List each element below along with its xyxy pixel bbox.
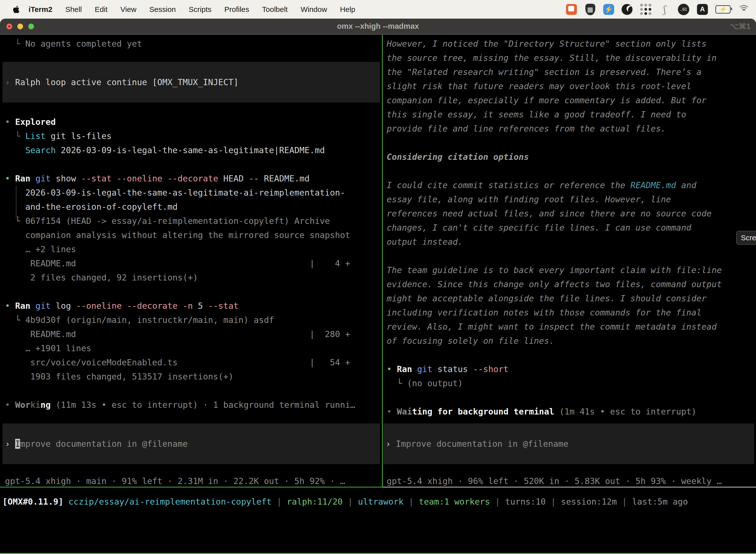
tmux-pane-right[interactable]: However, I noticed the "Directory Struct… (383, 35, 756, 488)
git-show-stat-line: README.md | 4 + (0, 257, 382, 271)
explored-search-line: Search 2026-03-09-is-legal-the-same-as-l… (0, 143, 382, 157)
reasoning-line: might be acceptable alongside the file l… (383, 291, 756, 306)
menu-item-scripts[interactable]: Scripts (182, 0, 218, 19)
model-status-right: gpt-5.4 xhigh · 96% left · 520K in · 5.8… (383, 474, 756, 488)
reasoning-line: this single essay, it seems like a good … (383, 107, 756, 122)
reasoning-line: companion file, especially if more comme… (383, 93, 756, 107)
omx-session: session:12m (561, 497, 622, 507)
reasoning-line: references need actual files, and since … (383, 207, 756, 221)
git-log-output-line: … +1901 lines (0, 341, 382, 355)
window-titlebar[interactable]: omx --xhigh --madmax ⌥⌘1 (0, 19, 756, 35)
zoom-button[interactable] (28, 23, 34, 29)
explored-line: • Explored (0, 115, 382, 129)
menu-items: iTerm2 Shell Edit View Session Scripts P… (22, 0, 362, 19)
window-title: omx --xhigh --madmax (0, 22, 756, 31)
menu-item-iterm2[interactable]: iTerm2 (22, 0, 59, 19)
screen: iTerm2 Shell Edit View Session Scripts P… (0, 0, 756, 554)
messages-icon[interactable] (566, 3, 577, 15)
omx-mode: ultrawork (358, 497, 409, 507)
git-log-stat-line: src/voice/voiceModeEnabled.ts | 54 + (0, 355, 382, 370)
git-status-output-line: └ (no output) (383, 376, 756, 390)
tmux-status-bar[interactable]: [omx-cczip0:bash* "MacBook-Pro-44.local"… (0, 553, 756, 554)
tree-guide-line (16, 186, 16, 218)
reasoning-line: provide file and line references from th… (383, 122, 756, 136)
squiggle-icon[interactable]: ʃ (659, 3, 671, 15)
shield-grid-icon[interactable] (584, 3, 596, 15)
menu-item-toolbelt[interactable]: Toolbelt (256, 0, 294, 19)
reasoning-line: including verification notes with those … (383, 306, 756, 320)
reasoning-line: changes, I can't cite specific file line… (383, 221, 756, 235)
reasoning-line: review. Also, I might want to inspect th… (383, 320, 756, 334)
pane-border-bottom-right (383, 487, 756, 488)
menu-status-icons: ⚡ ʃ ..61 A ⚡ (566, 3, 749, 15)
dots-grid-icon[interactable] (640, 3, 652, 15)
input-source-icon[interactable]: A (696, 3, 708, 15)
git-show-output-line: └ 067f154 (HEAD -> essay/ai-reimplementa… (0, 214, 382, 228)
reasoning-line: essay file, along with finding root file… (383, 192, 756, 207)
prompt-input-left[interactable]: › Improve documentation in @filename (2, 424, 380, 464)
agents-note-line: └ No agents completed yet (0, 37, 382, 51)
reasoning-line: The team guideline is to back every impo… (383, 263, 756, 277)
explored-list-line: └ List git ls-files (0, 129, 382, 143)
git-log-summary-line: 1903 files changed, 513517 insertions(+) (0, 370, 382, 384)
menu-item-view[interactable]: View (114, 0, 143, 19)
menu-item-help[interactable]: Help (334, 0, 362, 19)
reasoning-heading: Considering citation options (383, 150, 756, 164)
ran-git-show-line: • Ran git show --stat --oneline --decora… (0, 171, 382, 186)
git-log-output-line: └ 4b9d30f (origin/main, instructkr/main,… (0, 313, 382, 327)
reasoning-line: I could cite commit statistics or refere… (383, 178, 756, 192)
omx-turns: turns:10 (505, 497, 551, 507)
omx-branch-path: cczip/essay/ai-reimplementation-copyleft (63, 497, 277, 507)
model-status-left: gpt-5.4 xhigh · main · 91% left · 2.31M … (0, 474, 382, 488)
omx-version: [OMX#0.11.9] (2, 497, 63, 507)
git-show-output-line: companion analysis without altering the … (0, 228, 382, 242)
git-show-summary-line: 2 files changed, 92 insertions(+) (0, 271, 382, 285)
reasoning-line: However, I noticed the "Directory Struct… (383, 37, 756, 51)
readme-link: README.md (630, 180, 676, 190)
reasoning-line: evidence. Since this change only affects… (383, 277, 756, 291)
window-shortcut-badge: ⌥⌘1 (730, 19, 751, 34)
omx-last: last:5m ago (632, 497, 688, 507)
iterm2-window: omx --xhigh --madmax ⌥⌘1 └ No agents com… (0, 19, 756, 554)
percent-badge-icon[interactable]: ..61 (678, 3, 690, 15)
apple-menu-icon[interactable] (13, 5, 19, 14)
reasoning-line: the "Related research writing" section i… (383, 65, 756, 79)
ran-git-status-line: • Ran git status --short (383, 362, 756, 376)
menu-item-shell[interactable]: Shell (59, 0, 88, 19)
prompt-input-right[interactable]: › Improve documentation in @filename (383, 424, 754, 464)
close-button[interactable] (6, 23, 12, 29)
pane-border-bottom-left (0, 487, 382, 488)
git-show-output-line: … +2 lines (0, 242, 382, 257)
omx-team: team:1 workers (419, 497, 495, 507)
bolt-badge-icon[interactable]: ⚡ (603, 4, 614, 15)
terminal-area: └ No agents completed yet › Ralph loop a… (0, 35, 756, 554)
menu-item-session[interactable]: Session (143, 0, 182, 19)
reasoning-line: slight risk that future readers may over… (383, 79, 756, 93)
reasoning-line: output instead. (383, 235, 756, 249)
waiting-status-line: • Waiting for background terminal (1m 41… (383, 404, 756, 419)
battery-icon[interactable]: ⚡ (715, 5, 731, 14)
git-log-stat-line: README.md | 280 + (0, 327, 382, 341)
wifi-icon[interactable] (738, 5, 749, 14)
reasoning-line: of focusing solely on file lines. (383, 334, 756, 348)
crescent-app-icon[interactable] (621, 3, 633, 15)
reasoning-line: the source tree, missing the essay. Stil… (383, 51, 756, 65)
minimize-button[interactable] (17, 23, 23, 29)
screen-tooltip: Scre (736, 231, 756, 245)
working-status-line: • Working (11m 13s • esc to interrupt) ·… (0, 398, 382, 412)
omx-status-line: [OMX#0.11.9] cczip/essay/ai-reimplementa… (2, 495, 754, 509)
menu-item-window[interactable]: Window (294, 0, 334, 19)
omx-ralph-counter: ralph:11/20 (287, 497, 348, 507)
injected-prompt-box[interactable]: › Ralph loop active continue [OMX_TMUX_I… (2, 62, 380, 103)
ran-git-log-line: • Ran git log --oneline --decorate -n 5 … (0, 299, 382, 313)
menu-item-profiles[interactable]: Profiles (218, 0, 255, 19)
cmd-wrap-line: and-the-erosion-of-copyleft.md (0, 200, 382, 214)
tmux-pane-left[interactable]: └ No agents completed yet › Ralph loop a… (0, 35, 382, 488)
menu-item-edit[interactable]: Edit (88, 0, 114, 19)
cmd-wrap-line: 2026-03-09-is-legal-the-same-as-legitima… (0, 186, 382, 200)
macos-menu-bar: iTerm2 Shell Edit View Session Scripts P… (0, 0, 756, 19)
text-cursor: I (15, 439, 20, 449)
